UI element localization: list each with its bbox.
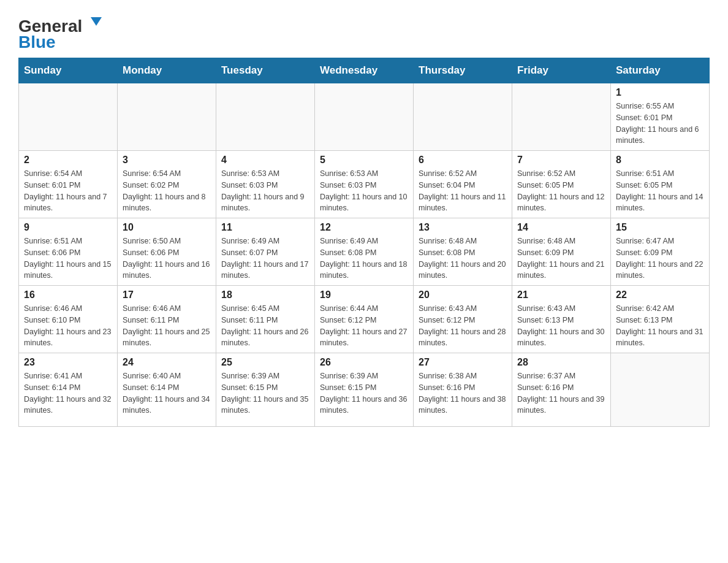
day-number: 6 — [419, 155, 507, 166]
calendar-cell: 17Sunrise: 6:46 AMSunset: 6:11 PMDayligh… — [118, 286, 216, 353]
calendar-week-row: 23Sunrise: 6:41 AMSunset: 6:14 PMDayligh… — [19, 353, 710, 427]
day-number: 27 — [419, 357, 507, 368]
calendar-cell: 19Sunrise: 6:44 AMSunset: 6:12 PMDayligh… — [315, 286, 414, 353]
day-number: 19 — [320, 289, 408, 301]
day-info: Sunrise: 6:42 AMSunset: 6:13 PMDaylight:… — [616, 303, 704, 349]
calendar-cell: 23Sunrise: 6:41 AMSunset: 6:14 PMDayligh… — [19, 353, 118, 427]
calendar-cell: 14Sunrise: 6:48 AMSunset: 6:09 PMDayligh… — [512, 218, 611, 286]
day-number: 20 — [419, 289, 507, 301]
calendar-week-row: 16Sunrise: 6:46 AMSunset: 6:10 PMDayligh… — [19, 286, 710, 353]
calendar-cell: 1Sunrise: 6:55 AMSunset: 6:01 PMDaylight… — [611, 83, 710, 151]
day-number: 10 — [123, 222, 211, 233]
day-number: 15 — [616, 222, 704, 233]
calendar-cell: 16Sunrise: 6:46 AMSunset: 6:10 PMDayligh… — [19, 286, 118, 353]
day-info: Sunrise: 6:46 AMSunset: 6:10 PMDaylight:… — [24, 303, 112, 349]
col-header-monday: Monday — [118, 58, 216, 83]
day-number: 14 — [517, 222, 605, 233]
calendar-cell: 12Sunrise: 6:49 AMSunset: 6:08 PMDayligh… — [315, 218, 414, 286]
day-info: Sunrise: 6:39 AMSunset: 6:15 PMDaylight:… — [320, 370, 408, 416]
day-info: Sunrise: 6:46 AMSunset: 6:11 PMDaylight:… — [123, 303, 211, 349]
calendar-cell: 10Sunrise: 6:50 AMSunset: 6:06 PMDayligh… — [118, 218, 216, 286]
col-header-sunday: Sunday — [19, 58, 118, 83]
calendar-cell: 6Sunrise: 6:52 AMSunset: 6:04 PMDaylight… — [414, 151, 512, 218]
day-number: 8 — [616, 155, 704, 166]
day-info: Sunrise: 6:53 AMSunset: 6:03 PMDaylight:… — [221, 168, 309, 214]
day-info: Sunrise: 6:40 AMSunset: 6:14 PMDaylight:… — [123, 370, 211, 416]
day-info: Sunrise: 6:53 AMSunset: 6:03 PMDaylight:… — [320, 168, 408, 214]
day-info: Sunrise: 6:54 AMSunset: 6:01 PMDaylight:… — [24, 168, 112, 214]
day-number: 23 — [24, 357, 112, 368]
calendar-cell: 2Sunrise: 6:54 AMSunset: 6:01 PMDaylight… — [19, 151, 118, 218]
day-info: Sunrise: 6:52 AMSunset: 6:05 PMDaylight:… — [517, 168, 605, 214]
col-header-friday: Friday — [512, 58, 611, 83]
day-info: Sunrise: 6:51 AMSunset: 6:05 PMDaylight:… — [616, 168, 704, 214]
day-number: 26 — [320, 357, 408, 368]
logo-wordmark: General Blue — [18, 12, 116, 52]
day-number: 7 — [517, 155, 605, 166]
day-number: 25 — [221, 357, 309, 368]
calendar-cell: 15Sunrise: 6:47 AMSunset: 6:09 PMDayligh… — [611, 218, 710, 286]
col-header-saturday: Saturday — [611, 58, 710, 83]
day-number: 9 — [24, 222, 112, 233]
svg-text:Blue: Blue — [18, 33, 56, 49]
day-number: 4 — [221, 155, 309, 166]
day-number: 16 — [24, 289, 112, 301]
calendar-week-row: 2Sunrise: 6:54 AMSunset: 6:01 PMDaylight… — [19, 151, 710, 218]
calendar-cell: 11Sunrise: 6:49 AMSunset: 6:07 PMDayligh… — [216, 218, 315, 286]
day-number: 1 — [616, 87, 704, 98]
calendar-cell: 25Sunrise: 6:39 AMSunset: 6:15 PMDayligh… — [216, 353, 315, 427]
day-info: Sunrise: 6:47 AMSunset: 6:09 PMDaylight:… — [616, 236, 704, 282]
calendar-cell: 13Sunrise: 6:48 AMSunset: 6:08 PMDayligh… — [414, 218, 512, 286]
day-number: 11 — [221, 222, 309, 233]
calendar-cell: 26Sunrise: 6:39 AMSunset: 6:15 PMDayligh… — [315, 353, 414, 427]
day-info: Sunrise: 6:44 AMSunset: 6:12 PMDaylight:… — [320, 303, 408, 349]
day-info: Sunrise: 6:50 AMSunset: 6:06 PMDaylight:… — [123, 236, 211, 282]
calendar-cell — [315, 83, 414, 151]
calendar-cell — [512, 83, 611, 151]
calendar-cell — [611, 353, 710, 427]
calendar-cell: 9Sunrise: 6:51 AMSunset: 6:06 PMDaylight… — [19, 218, 118, 286]
day-info: Sunrise: 6:45 AMSunset: 6:11 PMDaylight:… — [221, 303, 309, 349]
calendar-cell: 7Sunrise: 6:52 AMSunset: 6:05 PMDaylight… — [512, 151, 611, 218]
day-info: Sunrise: 6:48 AMSunset: 6:08 PMDaylight:… — [419, 236, 507, 282]
day-info: Sunrise: 6:43 AMSunset: 6:12 PMDaylight:… — [419, 303, 507, 349]
calendar-week-row: 9Sunrise: 6:51 AMSunset: 6:06 PMDaylight… — [19, 218, 710, 286]
svg-marker-1 — [91, 17, 102, 26]
day-number: 2 — [24, 155, 112, 166]
col-header-tuesday: Tuesday — [216, 58, 315, 83]
day-info: Sunrise: 6:49 AMSunset: 6:07 PMDaylight:… — [221, 236, 309, 282]
day-info: Sunrise: 6:38 AMSunset: 6:16 PMDaylight:… — [419, 370, 507, 416]
day-number: 12 — [320, 222, 408, 233]
calendar-cell — [118, 83, 216, 151]
day-number: 5 — [320, 155, 408, 166]
day-info: Sunrise: 6:48 AMSunset: 6:09 PMDaylight:… — [517, 236, 605, 282]
day-info: Sunrise: 6:49 AMSunset: 6:08 PMDaylight:… — [320, 236, 408, 282]
calendar-cell: 28Sunrise: 6:37 AMSunset: 6:16 PMDayligh… — [512, 353, 611, 427]
calendar-cell: 27Sunrise: 6:38 AMSunset: 6:16 PMDayligh… — [414, 353, 512, 427]
calendar-cell: 18Sunrise: 6:45 AMSunset: 6:11 PMDayligh… — [216, 286, 315, 353]
calendar-cell — [216, 83, 315, 151]
day-info: Sunrise: 6:41 AMSunset: 6:14 PMDaylight:… — [24, 370, 112, 416]
col-header-wednesday: Wednesday — [315, 58, 414, 83]
calendar-cell — [19, 83, 118, 151]
day-number: 24 — [123, 357, 211, 368]
day-number: 18 — [221, 289, 309, 301]
calendar-cell: 8Sunrise: 6:51 AMSunset: 6:05 PMDaylight… — [611, 151, 710, 218]
calendar-cell: 22Sunrise: 6:42 AMSunset: 6:13 PMDayligh… — [611, 286, 710, 353]
col-header-thursday: Thursday — [414, 58, 512, 83]
calendar-cell: 21Sunrise: 6:43 AMSunset: 6:13 PMDayligh… — [512, 286, 611, 353]
logo: General Blue — [18, 12, 116, 52]
calendar-table: SundayMondayTuesdayWednesdayThursdayFrid… — [18, 58, 710, 427]
calendar-cell: 20Sunrise: 6:43 AMSunset: 6:12 PMDayligh… — [414, 286, 512, 353]
day-info: Sunrise: 6:39 AMSunset: 6:15 PMDaylight:… — [221, 370, 309, 416]
day-info: Sunrise: 6:52 AMSunset: 6:04 PMDaylight:… — [419, 168, 507, 214]
day-info: Sunrise: 6:54 AMSunset: 6:02 PMDaylight:… — [123, 168, 211, 214]
calendar-cell — [414, 83, 512, 151]
day-number: 3 — [123, 155, 211, 166]
calendar-cell: 4Sunrise: 6:53 AMSunset: 6:03 PMDaylight… — [216, 151, 315, 218]
day-info: Sunrise: 6:55 AMSunset: 6:01 PMDaylight:… — [616, 101, 704, 147]
day-info: Sunrise: 6:43 AMSunset: 6:13 PMDaylight:… — [517, 303, 605, 349]
day-info: Sunrise: 6:51 AMSunset: 6:06 PMDaylight:… — [24, 236, 112, 282]
calendar-cell: 3Sunrise: 6:54 AMSunset: 6:02 PMDaylight… — [118, 151, 216, 218]
page-header: General Blue — [18, 12, 710, 52]
